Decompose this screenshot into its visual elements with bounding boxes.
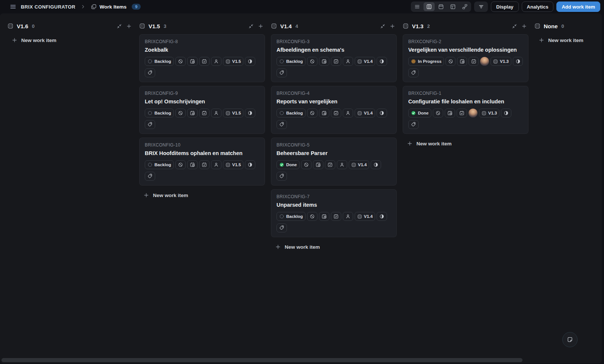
priority-chip[interactable] <box>175 109 186 117</box>
target-date-chip[interactable] <box>199 57 210 66</box>
breadcrumb-project[interactable]: BRIX CONFIGURATOR <box>21 4 75 10</box>
target-date-chip[interactable] <box>199 109 210 117</box>
due-date-chip[interactable] <box>319 109 329 117</box>
status-chip[interactable]: Backlog <box>145 57 174 66</box>
work-item-card[interactable]: BRIXCONFIG-8ZoekbalkBacklogV1.5 <box>139 34 265 82</box>
estimation-chip[interactable] <box>245 109 255 117</box>
new-work-item-button[interactable]: New work item <box>534 34 586 46</box>
view-board-button[interactable] <box>424 2 435 11</box>
labels-chip[interactable] <box>408 68 419 77</box>
collapse-column-button[interactable] <box>116 23 122 29</box>
estimation-chip[interactable] <box>501 109 511 117</box>
milestone-chip[interactable]: V1.3 <box>490 57 511 66</box>
breadcrumb-page[interactable]: Work Items <box>99 4 127 10</box>
horizontal-scrollbar-thumb[interactable] <box>1 358 522 362</box>
assignee-chip[interactable] <box>211 109 221 117</box>
labels-chip[interactable] <box>408 120 419 129</box>
milestone-chip[interactable]: V1.5 <box>223 57 244 66</box>
due-date-chip[interactable] <box>187 160 198 169</box>
add-card-button[interactable] <box>126 23 132 29</box>
priority-chip[interactable] <box>175 57 186 66</box>
milestone-chip[interactable]: V1.5 <box>223 160 244 169</box>
due-date-chip[interactable] <box>313 160 323 169</box>
view-flow-button[interactable] <box>459 2 470 11</box>
assignee-chip[interactable] <box>337 160 347 169</box>
target-date-chip[interactable] <box>331 212 341 221</box>
assignee-avatar[interactable] <box>480 57 489 66</box>
assignee-chip[interactable] <box>343 212 353 221</box>
status-chip[interactable]: Backlog <box>277 212 306 221</box>
assignee-chip[interactable] <box>343 109 353 117</box>
target-date-chip[interactable] <box>325 160 335 169</box>
assignee-chip[interactable] <box>211 57 221 66</box>
priority-chip[interactable] <box>445 57 456 66</box>
estimation-chip[interactable] <box>371 160 381 169</box>
view-layout-button[interactable] <box>447 2 458 11</box>
work-item-card[interactable]: BRIXCONFIG-7Unparsed itemsBacklogV1.4 <box>271 189 397 237</box>
target-date-chip[interactable] <box>199 160 210 169</box>
status-chip[interactable]: Done <box>277 160 300 169</box>
add-card-button[interactable] <box>521 23 527 29</box>
status-chip[interactable]: In Progress <box>408 57 444 66</box>
work-item-card[interactable]: BRIXCONFIG-9Let op! OmschrijvingenBacklo… <box>139 86 265 134</box>
status-chip[interactable]: Backlog <box>277 109 306 117</box>
work-item-card[interactable]: BRIXCONFIG-5Beheersbare ParserDoneV1.4 <box>271 138 397 186</box>
work-item-card[interactable]: BRIXCONFIG-1Configuratie file loshalen e… <box>403 86 528 134</box>
milestone-chip[interactable]: V1.3 <box>479 109 500 117</box>
estimation-chip[interactable] <box>377 212 387 221</box>
due-date-chip[interactable] <box>319 57 329 66</box>
work-item-card[interactable]: BRIXCONFIG-2Vergelijken van verschillend… <box>403 34 528 82</box>
estimation-chip[interactable] <box>245 160 255 169</box>
estimation-chip[interactable] <box>377 109 387 117</box>
milestone-chip[interactable]: V1.4 <box>355 109 375 117</box>
collapse-column-button[interactable] <box>248 23 254 29</box>
due-date-chip[interactable] <box>457 57 467 66</box>
assignee-chip[interactable] <box>343 57 353 66</box>
milestone-chip[interactable]: V1.4 <box>349 160 370 169</box>
priority-chip[interactable] <box>307 57 317 66</box>
target-date-chip[interactable] <box>457 109 467 117</box>
milestone-chip[interactable]: V1.4 <box>355 212 375 221</box>
new-work-item-button[interactable]: New work item <box>7 34 59 46</box>
assignee-avatar[interactable] <box>469 109 477 117</box>
labels-chip[interactable] <box>145 172 155 181</box>
collapse-column-button[interactable] <box>512 23 517 29</box>
view-list-button[interactable] <box>412 2 423 11</box>
status-chip[interactable]: Done <box>408 109 431 117</box>
view-calendar-button[interactable] <box>435 2 447 11</box>
labels-chip[interactable] <box>277 172 287 181</box>
priority-chip[interactable] <box>307 109 317 117</box>
labels-chip[interactable] <box>277 223 287 232</box>
priority-chip[interactable] <box>307 212 317 221</box>
status-chip[interactable]: Backlog <box>277 57 306 66</box>
work-item-card[interactable]: BRIXCONFIG-4Reports van vergelijkenBackl… <box>271 86 397 134</box>
target-date-chip[interactable] <box>469 57 479 66</box>
labels-chip[interactable] <box>145 68 155 77</box>
status-chip[interactable]: Backlog <box>145 109 174 117</box>
new-work-item-button[interactable]: New work item <box>403 138 454 149</box>
milestone-chip[interactable]: V1.5 <box>223 109 244 117</box>
work-item-card[interactable]: BRIXCONFIG-3Afbeeldingen en schema'sBack… <box>271 34 397 82</box>
labels-chip[interactable] <box>277 120 287 129</box>
notes-fab-button[interactable] <box>562 332 578 347</box>
add-card-button[interactable] <box>390 23 395 29</box>
add-card-button[interactable] <box>258 23 263 29</box>
new-work-item-button[interactable]: New work item <box>271 241 322 253</box>
labels-chip[interactable] <box>277 68 287 77</box>
target-date-chip[interactable] <box>331 109 341 117</box>
target-date-chip[interactable] <box>331 57 341 66</box>
estimation-chip[interactable] <box>513 57 523 66</box>
analytics-button[interactable]: Analytics <box>522 1 554 12</box>
status-chip[interactable]: Backlog <box>145 160 174 169</box>
assignee-chip[interactable] <box>211 160 221 169</box>
priority-chip[interactable] <box>175 160 186 169</box>
add-work-item-button[interactable]: Add work item <box>556 1 600 12</box>
filter-button[interactable] <box>474 1 488 12</box>
priority-chip[interactable] <box>301 160 311 169</box>
due-date-chip[interactable] <box>187 57 198 66</box>
new-work-item-button[interactable]: New work item <box>139 189 191 201</box>
due-date-chip[interactable] <box>319 212 329 221</box>
due-date-chip[interactable] <box>445 109 455 117</box>
hamburger-menu-icon[interactable] <box>10 3 16 10</box>
estimation-chip[interactable] <box>377 57 387 66</box>
